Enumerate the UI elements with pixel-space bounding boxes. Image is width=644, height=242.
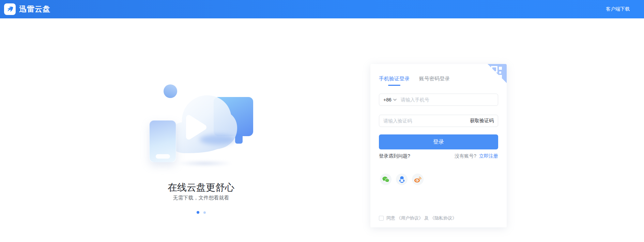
- hero-subtitle: 无需下载，文件想看就看: [65, 195, 337, 201]
- phone-illustration: [149, 120, 176, 162]
- helper-links-row: 登录遇到问题? 没有账号? 立即注册: [379, 153, 498, 159]
- no-account-text: 没有账号?: [455, 153, 476, 159]
- agreement-middle: 及: [424, 215, 429, 221]
- weibo-login-button[interactable]: [412, 174, 424, 185]
- code-field-group: 获取验证码: [379, 115, 498, 127]
- chevron-down-icon: [393, 99, 397, 101]
- verification-code-input[interactable]: [383, 118, 470, 124]
- tab-password-login-label: 账号密码登录: [419, 76, 450, 81]
- tab-phone-login[interactable]: 手机验证登录: [379, 76, 410, 82]
- carousel-dots: [65, 211, 337, 214]
- phone-home-bar: [156, 154, 170, 159]
- country-code-value: +86: [383, 97, 392, 102]
- social-login-row: [380, 174, 424, 185]
- login-button[interactable]: 登录: [379, 134, 498, 149]
- agreement-checkbox[interactable]: [379, 216, 384, 221]
- country-code-select[interactable]: +86: [383, 97, 397, 102]
- active-tab-underline: [388, 85, 400, 86]
- app-logo[interactable]: [4, 3, 16, 15]
- top-header: 迅雷云盘 客户端下载: [0, 0, 644, 18]
- agreement-text: 同意 《用户协议》 及 《隐私协议》: [386, 215, 457, 221]
- wechat-login-button[interactable]: [380, 174, 392, 185]
- phone-field-group: +86: [379, 94, 498, 106]
- carousel-dot-inactive[interactable]: [203, 211, 206, 214]
- login-tabs: 手机验证登录 账号密码登录: [379, 76, 450, 82]
- carousel-dot-active[interactable]: [197, 211, 199, 214]
- client-download-link[interactable]: 客户端下载: [606, 6, 630, 12]
- cloud-play-icon: [166, 88, 239, 156]
- user-agreement-link[interactable]: 《用户协议》: [397, 215, 423, 221]
- qq-login-button[interactable]: [396, 174, 408, 185]
- tab-password-login[interactable]: 账号密码登录: [419, 76, 450, 82]
- phone-input[interactable]: [401, 97, 494, 102]
- wechat-icon: [382, 176, 389, 182]
- register-group: 没有账号? 立即注册: [455, 153, 498, 159]
- cloud-illustration: [147, 84, 256, 172]
- thunder-bird-icon: [6, 5, 14, 13]
- tab-phone-login-label: 手机验证登录: [379, 76, 410, 81]
- agreement-row: 同意 《用户协议》 及 《隐私协议》: [379, 215, 457, 221]
- hero-title: 在线云盘更舒心: [65, 181, 337, 194]
- qr-login-corner[interactable]: [488, 64, 507, 83]
- hero-section: 在线云盘更舒心 无需下载，文件想看就看: [0, 18, 370, 242]
- qr-code-icon: [488, 64, 507, 83]
- login-card: 手机验证登录 账号密码登录 +86 获取验证码 登录 登录遇到问题? 没有账号?…: [370, 64, 507, 227]
- ground-shadow: [176, 161, 233, 166]
- qq-icon: [399, 176, 405, 183]
- weibo-icon: [414, 176, 421, 183]
- get-code-button[interactable]: 获取验证码: [470, 118, 494, 124]
- register-link[interactable]: 立即注册: [479, 153, 498, 159]
- app-title: 迅雷云盘: [19, 4, 50, 14]
- privacy-agreement-link[interactable]: 《隐私协议》: [430, 215, 457, 221]
- login-trouble-link[interactable]: 登录遇到问题?: [379, 153, 410, 159]
- agreement-prefix: 同意: [386, 215, 395, 221]
